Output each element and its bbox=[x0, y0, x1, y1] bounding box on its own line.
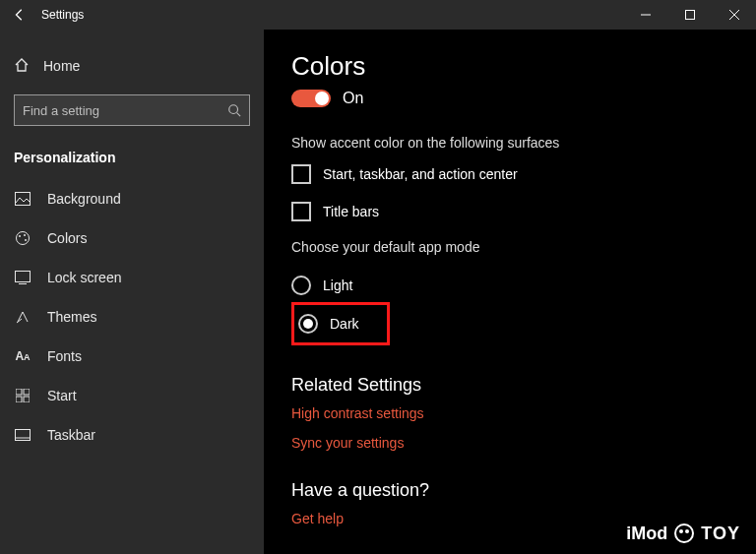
lockscreen-icon bbox=[14, 271, 32, 284]
radio-dark-label: Dark bbox=[330, 316, 359, 332]
sidebar-item-colors[interactable]: Colors bbox=[0, 218, 264, 258]
taskbar-icon bbox=[14, 429, 32, 441]
search-input[interactable]: Find a setting bbox=[14, 94, 250, 126]
svg-line-3 bbox=[237, 113, 241, 117]
svg-rect-4 bbox=[16, 193, 31, 206]
sidebar-item-label: Themes bbox=[47, 309, 97, 325]
sidebar-item-label: Background bbox=[47, 191, 121, 207]
svg-point-6 bbox=[19, 235, 21, 237]
close-button[interactable] bbox=[712, 0, 756, 30]
toggle-label: On bbox=[343, 90, 363, 107]
svg-rect-15 bbox=[16, 430, 31, 441]
svg-rect-1 bbox=[685, 11, 694, 20]
radio-dark[interactable] bbox=[298, 314, 318, 334]
back-button[interactable] bbox=[0, 0, 39, 30]
category-label: Personalization bbox=[0, 140, 264, 179]
highlight-box: Dark bbox=[291, 302, 390, 345]
titlebar: Settings bbox=[0, 0, 756, 30]
fonts-icon: AA bbox=[14, 349, 32, 363]
question-heading: Have a question? bbox=[291, 480, 728, 501]
arrow-left-icon bbox=[13, 8, 27, 22]
watermark: iMod TOY bbox=[626, 523, 740, 544]
svg-rect-11 bbox=[16, 389, 22, 395]
accent-toggle[interactable] bbox=[291, 90, 331, 107]
watermark-toy: TOY bbox=[701, 523, 740, 544]
link-high-contrast[interactable]: High contrast settings bbox=[291, 405, 728, 421]
content: Colors On Show accent color on the follo… bbox=[264, 30, 756, 554]
watermark-imod: iMod bbox=[626, 523, 667, 544]
watermark-icon bbox=[673, 523, 695, 544]
svg-point-19 bbox=[685, 529, 689, 533]
sidebar-item-fonts[interactable]: AA Fonts bbox=[0, 337, 264, 376]
appmode-label: Choose your default app mode bbox=[291, 239, 728, 255]
radio-light-row[interactable]: Light bbox=[291, 269, 728, 302]
start-icon bbox=[14, 389, 32, 402]
picture-icon bbox=[14, 192, 32, 206]
sidebar-item-start[interactable]: Start bbox=[0, 376, 264, 415]
home-button[interactable]: Home bbox=[0, 47, 264, 85]
svg-rect-13 bbox=[16, 397, 22, 402]
related-heading: Related Settings bbox=[291, 375, 728, 396]
svg-point-2 bbox=[229, 105, 238, 114]
themes-icon bbox=[14, 309, 32, 325]
svg-point-17 bbox=[675, 524, 693, 542]
palette-icon bbox=[14, 230, 32, 246]
link-sync-settings[interactable]: Sync your settings bbox=[291, 435, 728, 451]
search-placeholder: Find a setting bbox=[23, 103, 99, 118]
radio-light-label: Light bbox=[323, 277, 352, 293]
checkbox-titlebars[interactable] bbox=[291, 202, 311, 221]
svg-point-8 bbox=[25, 239, 27, 241]
minimize-button[interactable] bbox=[623, 0, 667, 30]
sidebar-item-label: Start bbox=[47, 388, 77, 403]
checkbox-label: Title bars bbox=[323, 204, 379, 219]
window-title: Settings bbox=[41, 8, 84, 22]
sidebar-item-label: Lock screen bbox=[47, 270, 121, 285]
sidebar-item-label: Taskbar bbox=[47, 427, 95, 443]
main: Home Find a setting Personalization Back… bbox=[0, 30, 756, 554]
home-label: Home bbox=[43, 58, 80, 74]
page-heading: Colors bbox=[291, 51, 728, 82]
radio-dark-row[interactable]: Dark bbox=[298, 307, 359, 340]
window-controls bbox=[623, 0, 756, 30]
radio-light[interactable] bbox=[291, 276, 311, 295]
home-icon bbox=[14, 57, 30, 76]
checkbox-start-taskbar[interactable] bbox=[291, 164, 311, 184]
search-icon bbox=[227, 103, 241, 117]
svg-rect-14 bbox=[24, 397, 30, 402]
svg-point-5 bbox=[17, 232, 30, 245]
sidebar-item-background[interactable]: Background bbox=[0, 179, 264, 218]
svg-point-18 bbox=[679, 529, 683, 533]
sidebar-item-lockscreen[interactable]: Lock screen bbox=[0, 258, 264, 297]
maximize-button[interactable] bbox=[667, 0, 712, 30]
sidebar-item-label: Colors bbox=[47, 230, 87, 246]
sidebar-item-taskbar[interactable]: Taskbar bbox=[0, 415, 264, 455]
sidebar-item-themes[interactable]: Themes bbox=[0, 297, 264, 337]
sidebar: Home Find a setting Personalization Back… bbox=[0, 30, 264, 554]
checkbox-label: Start, taskbar, and action center bbox=[323, 166, 518, 182]
accent-surfaces-label: Show accent color on the following surfa… bbox=[291, 135, 728, 151]
svg-point-7 bbox=[24, 234, 26, 236]
sidebar-item-label: Fonts bbox=[47, 348, 82, 364]
svg-rect-12 bbox=[24, 389, 30, 395]
svg-rect-9 bbox=[16, 272, 31, 282]
